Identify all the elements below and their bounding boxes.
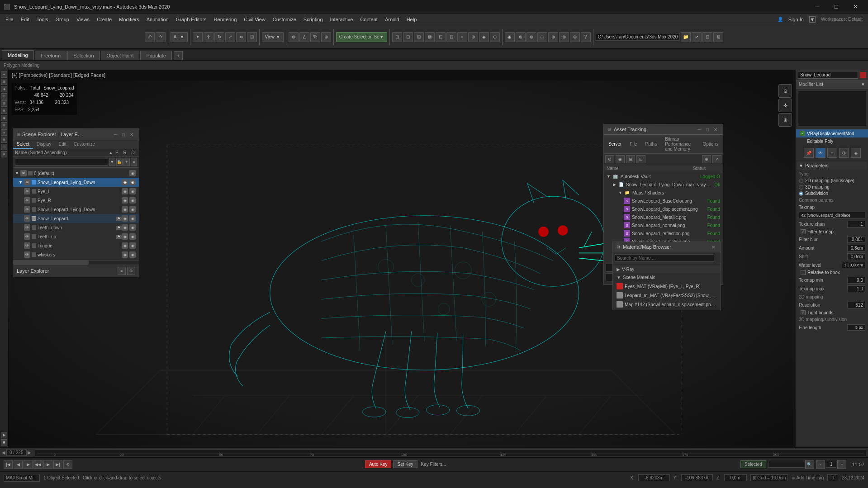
extra-btn1[interactable]: ◉ bbox=[505, 32, 515, 42]
amount-value[interactable]: 0,3cm bbox=[847, 245, 865, 251]
x-value[interactable]: -6,6203m bbox=[638, 474, 670, 481]
ap-tb-3[interactable]: ⊞ bbox=[626, 155, 635, 163]
titlebar-controls[interactable]: ─ □ ✕ bbox=[808, 0, 864, 14]
se-maximize-btn[interactable]: □ bbox=[120, 131, 127, 138]
se-item-snow-leopard-lying-selected[interactable]: ▼ 👁 Snow_Leopard_Lying_Down ◉ ◉ bbox=[13, 178, 139, 187]
timeline-track[interactable]: 0 20 50 75 100 125 150 175 200 bbox=[35, 449, 866, 456]
left-icon-7[interactable]: ◉ bbox=[1, 115, 7, 121]
se-sort-header[interactable]: Name (Sorted Ascending) ▲ F R D bbox=[13, 149, 139, 156]
layer-btn2[interactable]: ⊟ bbox=[403, 32, 413, 42]
file-path-display[interactable]: C:\Users\Tan\Documents\3ds Max 2020 bbox=[596, 33, 680, 41]
se-tab-customize[interactable]: Customize bbox=[70, 140, 99, 149]
se-eye-sll[interactable]: 👁 bbox=[24, 179, 30, 185]
se-eye-teethup[interactable]: 👁 bbox=[24, 233, 30, 240]
se-render-sl[interactable]: ◉ bbox=[129, 215, 136, 222]
percent-snap-btn[interactable]: % bbox=[310, 32, 320, 42]
ap-close-btn[interactable]: ✕ bbox=[712, 126, 719, 133]
rp-tb-show[interactable]: 👁 bbox=[816, 148, 825, 158]
layer-btn3[interactable]: ⊞ bbox=[414, 32, 424, 42]
tab-options-btn[interactable]: + bbox=[174, 51, 183, 60]
se-render-eyeleft[interactable]: ◉ bbox=[129, 188, 136, 194]
object-color-swatch[interactable] bbox=[860, 72, 866, 78]
frame-skip-val[interactable]: 1 bbox=[826, 461, 837, 468]
rp-tb-config[interactable]: ⚙ bbox=[839, 148, 849, 158]
menu-file[interactable]: File bbox=[2, 14, 17, 25]
orbit-btn[interactable]: ⊙ bbox=[778, 84, 792, 98]
tight-bounds-row[interactable]: ✓ Tight bounds bbox=[797, 310, 867, 316]
ap-tab-bitmap[interactable]: Bitmap Performance and Memory bbox=[662, 136, 697, 152]
se-eye-default[interactable]: 👁 bbox=[20, 170, 27, 176]
shift-value[interactable]: 0,0cm bbox=[847, 253, 865, 260]
prev-frame-btn[interactable]: ◀ bbox=[14, 460, 23, 469]
menu-edit[interactable]: Edit bbox=[17, 14, 33, 25]
texmap-value[interactable]: 42 (SnowLeopard_displace bbox=[799, 212, 865, 219]
menu-content[interactable]: Content bbox=[356, 14, 381, 25]
ap-row-metallic[interactable]: S SnowLeopard_Metallic.png Found bbox=[604, 213, 723, 221]
snap-toggle-btn[interactable]: ⊕ bbox=[289, 32, 299, 42]
extra-btn8[interactable]: ? bbox=[581, 32, 591, 42]
key-filters-btn[interactable]: Key Filters... bbox=[419, 461, 448, 468]
rp-tb-settings[interactable]: ◈ bbox=[851, 148, 861, 158]
extra-path-btn2[interactable]: ⊠ bbox=[713, 32, 723, 42]
extra-btn6[interactable]: ⊗ bbox=[559, 32, 569, 42]
extra-path-btn[interactable]: ⊡ bbox=[702, 32, 712, 42]
se-filter-btn[interactable]: ▼ bbox=[109, 158, 115, 166]
ap-tb-6[interactable]: ↗ bbox=[712, 155, 721, 163]
next-frame-btn[interactable]: ▶ bbox=[43, 460, 52, 469]
se-item-tongue[interactable]: 👁 Tongue ◉ ◉ bbox=[13, 241, 139, 250]
extra-btn5[interactable]: ⊕ bbox=[548, 32, 558, 42]
se-eye-eyeright[interactable]: 👁 bbox=[24, 197, 30, 204]
path-browse-btn[interactable]: 📁 bbox=[681, 32, 691, 42]
mod-check-vray[interactable]: ✓ bbox=[800, 131, 805, 136]
se-eye-tongue[interactable]: 👁 bbox=[24, 242, 30, 249]
tab-populate[interactable]: Populate bbox=[140, 51, 171, 60]
se-controls[interactable]: ─ □ ✕ bbox=[112, 131, 135, 138]
menu-graph-editors[interactable]: Graph Editors bbox=[172, 14, 210, 25]
texture-chan-value[interactable]: 1 bbox=[847, 221, 865, 227]
scale-btn[interactable]: ⤢ bbox=[225, 32, 235, 42]
se-item-snow-leopard-body[interactable]: 👁 Snow_Leopard_Lying_Down ◉ ◉ bbox=[13, 205, 139, 214]
se-vis-sl[interactable]: ◉ bbox=[122, 215, 128, 222]
ap-tab-file[interactable]: File bbox=[627, 141, 640, 147]
se-lock-btn[interactable]: 🔒 bbox=[116, 158, 123, 166]
ap-tab-server[interactable]: Server bbox=[606, 141, 624, 147]
resolution-value[interactable]: 512 bbox=[847, 302, 865, 308]
modifier-item-editable-poly[interactable]: Editable Poly bbox=[796, 137, 868, 145]
mb-section-vray[interactable]: ▶ V-Ray bbox=[613, 265, 721, 273]
texmap-min-value[interactable]: 0,0 bbox=[847, 277, 865, 284]
maxscript-input[interactable]: MAXScript Mi bbox=[4, 474, 40, 482]
left-icon-2[interactable]: ⊞ bbox=[1, 79, 7, 85]
frame-skip-plus[interactable]: + bbox=[837, 460, 846, 469]
tab-freeform[interactable]: Freeform bbox=[35, 51, 67, 60]
se-vis-whiskers[interactable]: ◉ bbox=[122, 251, 128, 258]
frame-right-arrow[interactable]: ▶ bbox=[28, 450, 31, 455]
play-reverse-btn[interactable]: ◀◀ bbox=[33, 460, 43, 469]
se-item-teeth-up[interactable]: 👁 Teeth_up ⚑ ◉ ◉ bbox=[13, 232, 139, 241]
move-btn[interactable]: ✛ bbox=[204, 32, 213, 42]
rp-tb-lock[interactable]: 📌 bbox=[804, 148, 814, 158]
left-icon-3[interactable]: ◈ bbox=[1, 86, 7, 92]
left-icon-10[interactable]: ⊛ bbox=[1, 137, 7, 143]
ap-row-maps-folder[interactable]: ▼ 📁 Maps / Shaders bbox=[604, 189, 723, 197]
play-btn[interactable]: ▶ bbox=[24, 460, 33, 469]
align-btn[interactable]: ⊞ bbox=[247, 32, 257, 42]
layer-btn5[interactable]: ⊡ bbox=[436, 32, 446, 42]
se-vis-default[interactable]: ◉ bbox=[129, 170, 136, 176]
left-icon-11[interactable]: ◌ bbox=[1, 144, 7, 150]
radio-2d-mapping[interactable]: 2D mapping (landscape) bbox=[797, 178, 867, 184]
layer-btn9[interactable]: ◈ bbox=[479, 32, 489, 42]
undo-button[interactable]: ↶ bbox=[145, 32, 155, 42]
fine-length-value[interactable]: 5 px bbox=[847, 324, 865, 331]
menu-rendering[interactable]: Rendering bbox=[210, 14, 241, 25]
sign-in-dropdown[interactable]: ▼ bbox=[809, 16, 816, 23]
se-scrollbar-thumb[interactable] bbox=[13, 261, 89, 265]
menu-civil-view[interactable]: Civil View bbox=[240, 14, 269, 25]
se-render-whiskers[interactable]: ◉ bbox=[129, 251, 136, 258]
se-scrollbar-h[interactable] bbox=[13, 260, 139, 265]
se-tab-edit[interactable]: Edit bbox=[55, 140, 70, 149]
se-add-btn[interactable]: + bbox=[123, 158, 130, 166]
ap-tb-4[interactable]: ⊡ bbox=[636, 155, 645, 163]
left-icon-6[interactable]: ⊕ bbox=[1, 108, 7, 114]
left-icon-4[interactable]: ⊡ bbox=[1, 93, 7, 99]
tight-bounds-check[interactable]: ✓ bbox=[801, 310, 806, 315]
